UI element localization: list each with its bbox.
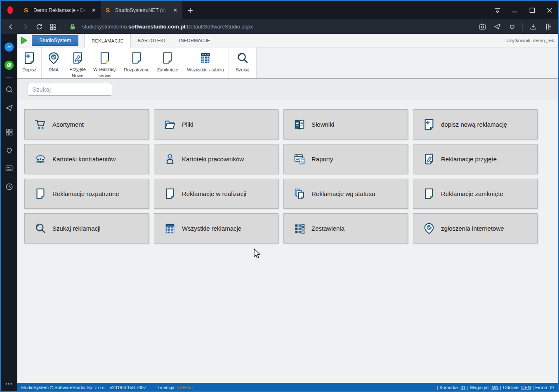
studiosystem-brand-button[interactable]: StudioSystem	[32, 35, 78, 46]
browser-tab-bar: S Demo Reklamacje - Demo o × S StudioSys…	[1, 1, 558, 19]
doc-plus-icon	[423, 118, 435, 131]
doc-pencil-icon	[423, 153, 435, 165]
tab-reklamacje[interactable]: REKLAMACJE	[84, 34, 131, 47]
sidebar-my-flow-icon[interactable]	[1, 99, 17, 117]
forward-icon[interactable]	[21, 22, 30, 31]
sidebar-more-icon[interactable]: •••	[5, 381, 13, 386]
tab-close-icon[interactable]: ×	[90, 6, 97, 14]
tile-szukaj-reklamacji[interactable]: Szukaj reklamacji	[24, 213, 149, 243]
ribbon-rma-button[interactable]: RMA	[42, 47, 66, 78]
bookmarks-heart-icon[interactable]	[1, 141, 17, 159]
doc-corner-blue-icon	[130, 51, 143, 66]
ribbon-filler	[257, 47, 558, 78]
tab-close-icon[interactable]: ×	[172, 6, 179, 14]
tile-kartoteki-kontrahentow[interactable]: Kartoteki kontrahentów	[24, 144, 149, 174]
divider	[522, 23, 523, 31]
reload-icon[interactable]	[35, 22, 44, 31]
my-flow-send-icon[interactable]	[493, 22, 502, 31]
tile-dopisz-nowa-reklamacje[interactable]: dopisz nową reklamację	[413, 109, 538, 139]
bookmark-heart-icon[interactable]	[507, 22, 517, 31]
tile-pliki[interactable]: Pliki	[154, 109, 278, 139]
tile-wszystkie-reklamacje[interactable]: Wszystkie reklamacje	[154, 213, 278, 243]
browser-tab-1[interactable]: S Demo Reklamacje - Demo o ×	[19, 1, 101, 19]
table-grid-icon	[164, 222, 176, 235]
search-magnifier-icon	[34, 222, 47, 235]
tile-reklamacje-wg-statusu[interactable]: Reklamacje wg statusu	[283, 179, 408, 209]
tab-title: StudioSystem.NET (c) Softw	[115, 7, 168, 13]
url-text[interactable]: studiosystemdemo.softwarestudio.com.pl/D…	[82, 24, 473, 30]
ribbon-szukaj-button[interactable]: Szukaj	[229, 47, 256, 78]
status-komorka[interactable]: |Komórka:01	[436, 385, 465, 390]
speed-dial-icon[interactable]	[49, 22, 58, 31]
tile-reklamacje-zamkniete[interactable]: Reklamacje zamknięte	[413, 179, 538, 209]
address-bar: studiosystemdemo.softwarestudio.com.pl/D…	[1, 19, 558, 34]
divider	[63, 23, 63, 31]
tile-asortyment[interactable]: Asortyment	[24, 109, 149, 139]
tile-zgloszenia-internetowe[interactable]: zgłoszenia internetowe	[413, 213, 538, 243]
ribbon-rozpatrzone-button[interactable]: Rozpatrzone	[120, 47, 153, 78]
tab-menu-icon[interactable]	[489, 1, 506, 19]
divider	[6, 120, 12, 120]
workspaces-grid-icon[interactable]	[1, 123, 17, 141]
app-header: StudioSystem REKLAMACJE KARTOTEKI INFORM…	[17, 34, 558, 47]
tile-kartoteki-pracownikow[interactable]: Kartoteki pracowników	[154, 144, 278, 174]
site-favicon: S	[106, 7, 112, 14]
person-icon	[164, 153, 176, 165]
user-label: Użytkownik: demo_rek	[506, 34, 558, 47]
download-icon[interactable]	[528, 22, 538, 31]
doc-corner-green-icon	[161, 51, 174, 66]
run-play-icon[interactable]	[17, 34, 32, 47]
search-row	[17, 79, 558, 100]
sidebar-search-icon[interactable]	[1, 80, 17, 99]
docs-stacked-icon	[293, 188, 306, 200]
table-grid-icon	[199, 51, 212, 66]
mouse-cursor	[253, 248, 262, 260]
search-input[interactable]	[28, 83, 112, 96]
doc-corner-green-icon	[423, 188, 435, 200]
minimize-button[interactable]	[506, 1, 524, 19]
new-tab-button[interactable]: +	[182, 1, 198, 19]
tile-reklamacje-przyjete[interactable]: Reklamacje przyjęte	[413, 144, 538, 174]
book-open-icon	[293, 118, 306, 131]
back-icon[interactable]	[7, 22, 16, 31]
copyright-text: StudioSystem © SoftwareStudio Sp. z o.o.…	[21, 385, 146, 390]
tile-slowniki[interactable]: Słowniki	[283, 109, 408, 139]
ribbon-w-realizacji-button[interactable]: W realizacjiserwis	[90, 47, 120, 78]
tab-informacje[interactable]: INFORMACJE	[172, 34, 217, 47]
tile-reklamacje-w-realizacji[interactable]: Reklamacje w realizacji	[154, 179, 278, 209]
tiles-area: Asortyment Pliki Słowniki dopisz nową re…	[17, 100, 558, 383]
doc-plus-icon	[23, 51, 36, 66]
status-magazyn[interactable]: |Magazyn:MN	[467, 385, 499, 390]
snapshot-camera-icon[interactable]	[478, 22, 487, 31]
tile-raporty[interactable]: Raporty	[283, 144, 408, 174]
personal-news-icon[interactable]	[1, 159, 17, 177]
messenger-icon[interactable]	[1, 38, 17, 56]
doc-corner-blue-icon	[164, 188, 176, 200]
tile-reklamacje-rozpatrzone[interactable]: Reklamacje rozpatrzone	[24, 179, 149, 209]
status-firma: |Firma:01	[533, 385, 555, 390]
settings-sliders-icon[interactable]	[543, 22, 552, 31]
status-oddzial[interactable]: |Oddział:CEN	[500, 385, 531, 390]
maximize-button[interactable]	[524, 1, 541, 19]
tile-zestawienia[interactable]: Zestawienia	[283, 213, 408, 243]
folder-open-icon	[164, 118, 176, 131]
shopping-cart-icon	[34, 118, 47, 131]
tab-kartoteki[interactable]: KARTOTEKI	[131, 34, 172, 47]
license-value: CLIENT	[177, 385, 193, 390]
tab-title: Demo Reklamacje - Demo o	[33, 7, 87, 13]
opera-menu-button[interactable]	[1, 1, 19, 19]
pin-check-icon	[47, 51, 60, 66]
ribbon-zamkniete-button[interactable]: Zamknięte	[153, 47, 182, 78]
whatsapp-icon[interactable]	[1, 56, 17, 74]
doc-corner-blue-icon	[34, 188, 47, 200]
padlock-icon[interactable]	[68, 22, 77, 31]
grid-squares-icon	[293, 222, 306, 235]
history-clock-icon[interactable]	[1, 177, 17, 196]
ribbon-dopisz-button[interactable]: Dopisz	[17, 47, 41, 78]
status-bar: StudioSystem © SoftwareStudio Sp. z o.o.…	[17, 383, 558, 392]
ribbon-przyjete-button[interactable]: PrzyjęteNowe	[66, 47, 90, 78]
browser-tab-2-active[interactable]: S StudioSystem.NET (c) Softw ×	[101, 1, 182, 19]
ribbon-wszystkie-tabela-button[interactable]: Wszystkie - tabela	[182, 47, 229, 78]
people-group-icon	[34, 153, 47, 165]
close-window-button[interactable]	[541, 1, 558, 19]
